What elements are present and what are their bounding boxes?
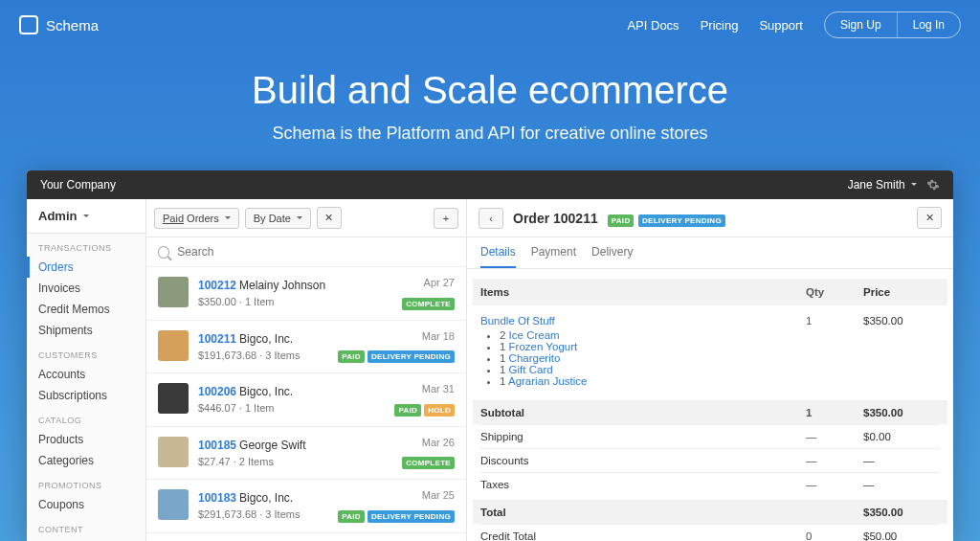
order-badges: COMPLETE <box>402 457 455 469</box>
summary-qty <box>806 507 863 518</box>
order-date: Mar 18 <box>422 330 455 342</box>
filter-bar: Paid Orders By Date ✕ + <box>146 199 466 237</box>
order-badges: COMPLETE <box>402 298 455 310</box>
header-price: Price <box>863 286 940 298</box>
status-badge: PAID <box>394 404 421 417</box>
search-input[interactable] <box>177 245 455 259</box>
summary-price: — <box>863 479 940 490</box>
filter-by-date[interactable]: By Date <box>245 208 311 229</box>
header-qty: Qty <box>806 286 863 298</box>
bundle-item-link[interactable]: Chargerito <box>509 352 561 364</box>
bundle-row: Bundle Of Stuff 2 Ice Cream1 Frozen Yogu… <box>480 309 940 396</box>
order-row[interactable]: 100206 Bigco, Inc. $446.07 · 1 Item Mar … <box>146 373 466 427</box>
order-row[interactable]: 100183 Bigco, Inc. $291,673.68 · 3 Items… <box>146 480 466 533</box>
brand[interactable]: Schema <box>19 15 99 34</box>
sidebar: Admin TRANSACTIONSOrdersInvoicesCredit M… <box>27 199 146 541</box>
order-date: Apr 27 <box>424 277 455 288</box>
order-customer: Bigco, Inc. <box>239 491 293 505</box>
sidebar-item-shipments[interactable]: Shipments <box>27 320 145 341</box>
summary-qty: — <box>806 455 863 466</box>
bundle-link[interactable]: Bundle Of Stuff <box>480 315 555 327</box>
site-topbar: Schema API Docs Pricing Support Sign Up … <box>0 0 980 50</box>
nav-support[interactable]: Support <box>759 18 803 33</box>
gear-icon[interactable] <box>926 178 940 192</box>
orders-column: Paid Orders By Date ✕ + 100212 Melainy J… <box>146 199 467 541</box>
status-badge: DELIVERY PENDING <box>638 214 725 227</box>
tab-delivery[interactable]: Delivery <box>591 245 633 268</box>
summary-qty: 0 <box>806 530 863 541</box>
order-id[interactable]: 100206 <box>198 385 236 398</box>
bundle-line-item: 1 Frozen Yogurt <box>500 341 806 352</box>
order-list: 100212 Melainy Johnson $350.00 · 1 Item … <box>146 267 466 541</box>
order-row[interactable]: 100212 Melainy Johnson $350.00 · 1 Item … <box>146 267 466 321</box>
bundle-item-link[interactable]: Agrarian Justice <box>508 375 587 387</box>
summary-label: Shipping <box>480 431 806 442</box>
hero-subtitle: Schema is the Platform and API for creat… <box>0 124 980 144</box>
sidebar-section-title: PROMOTIONS <box>27 471 145 494</box>
order-badges: PAIDDELIVERY PENDING <box>338 350 455 363</box>
status-badge: COMPLETE <box>402 457 455 469</box>
filter-paid-text: Paid <box>163 213 184 224</box>
order-thumb <box>158 383 189 414</box>
status-badge: DELIVERY PENDING <box>368 350 455 363</box>
summary-label: Taxes <box>480 479 806 490</box>
sidebar-item-products[interactable]: Products <box>27 429 145 450</box>
summary-label: Total <box>480 507 806 518</box>
hero-title: Build and Scale ecommerce <box>0 69 980 112</box>
tab-details[interactable]: Details <box>480 245 516 268</box>
bundle-item-link[interactable]: Frozen Yogurt <box>509 341 578 352</box>
order-customer: Bigco, Inc. <box>239 332 293 346</box>
summary-price: $50.00 <box>863 530 940 541</box>
order-row[interactable]: 100185 George Swift $27.47 · 2 Items Mar… <box>146 427 466 481</box>
order-meta: $350.00 · 1 Item <box>198 296 275 307</box>
summary-price: $350.00 <box>863 407 940 418</box>
summary-row: Discounts—— <box>480 448 940 472</box>
sidebar-item-coupons[interactable]: Coupons <box>27 494 145 515</box>
filter-paid-orders[interactable]: Paid Orders <box>154 208 239 229</box>
search-row <box>146 237 466 267</box>
admin-dropdown[interactable]: Admin <box>27 199 145 234</box>
signup-button[interactable]: Sign Up <box>825 12 898 37</box>
sidebar-item-categories[interactable]: Categories <box>27 450 145 471</box>
order-thumb <box>158 489 189 520</box>
bundle-item-link[interactable]: Ice Cream <box>509 329 560 341</box>
order-row[interactable]: 100211 Bigco, Inc. $191,673.68 · 3 Items… <box>146 321 466 374</box>
summary-price: $350.00 <box>863 507 940 518</box>
sidebar-item-invoices[interactable]: Invoices <box>27 278 145 299</box>
bundle-line-item: 1 Agrarian Justice <box>500 375 806 387</box>
sidebar-item-accounts[interactable]: Accounts <box>27 364 145 385</box>
login-button[interactable]: Log In <box>898 12 960 37</box>
order-thumb <box>158 277 189 307</box>
order-id[interactable]: 100183 <box>198 491 236 505</box>
order-row[interactable]: 100182 Bigco, Inc. $291,673.68 · 3 Items… <box>146 533 466 542</box>
sidebar-item-subscriptions[interactable]: Subscriptions <box>27 385 145 406</box>
nav-api-docs[interactable]: API Docs <box>627 18 679 33</box>
order-customer: Melainy Johnson <box>239 279 325 292</box>
user-menu[interactable]: Jane Smith <box>848 178 917 192</box>
order-id[interactable]: 100212 <box>198 279 236 292</box>
nav-pricing[interactable]: Pricing <box>701 18 739 33</box>
status-badge: COMPLETE <box>402 298 455 310</box>
order-id[interactable]: 100211 <box>198 332 236 346</box>
order-meta: $191,673.68 · 3 Items <box>198 349 300 361</box>
bundle-item-link[interactable]: Gift Card <box>509 364 553 375</box>
detail-column: ‹ Order 100211 PAID DELIVERY PENDING ✕ D… <box>467 199 953 541</box>
hero: Build and Scale ecommerce Schema is the … <box>0 69 980 144</box>
order-id[interactable]: 100185 <box>198 439 236 452</box>
sidebar-item-credit-memos[interactable]: Credit Memos <box>27 299 145 320</box>
tab-payment[interactable]: Payment <box>531 245 576 268</box>
add-button[interactable]: + <box>434 208 458 229</box>
app-topbar: Your Company Jane Smith <box>27 170 953 199</box>
close-button[interactable]: ✕ <box>917 207 942 229</box>
company-name: Your Company <box>40 178 116 192</box>
bundle-qty: 1 <box>806 315 863 391</box>
sidebar-item-orders[interactable]: Orders <box>27 257 145 278</box>
summary-row: Taxes—— <box>480 472 940 496</box>
clear-filter-button[interactable]: ✕ <box>317 207 342 229</box>
bundle-price: $350.00 <box>863 315 940 391</box>
brand-icon <box>19 15 38 34</box>
back-button[interactable]: ‹ <box>479 208 503 229</box>
order-badges: PAIDHOLD <box>394 404 455 417</box>
order-thumb <box>158 330 189 361</box>
order-thumb <box>158 437 189 467</box>
